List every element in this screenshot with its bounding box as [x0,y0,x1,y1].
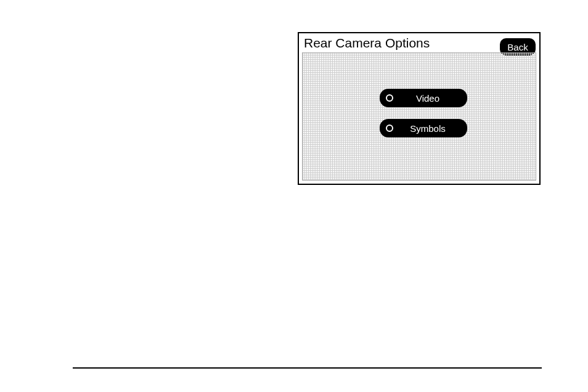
video-option-label: Video [406,93,467,104]
divider [73,367,542,369]
radio-unselected-icon [386,94,393,102]
video-option-button[interactable]: Video [380,89,467,107]
rear-camera-options-screen: Rear Camera Options Back Video Symbols [298,32,541,185]
symbols-option-button[interactable]: Symbols [380,119,467,137]
page-title: Rear Camera Options [304,36,430,51]
back-button-label: Back [507,42,528,52]
content-area: Video Symbols [302,52,536,181]
radio-unselected-icon [386,125,393,132]
symbols-option-label: Symbols [406,123,467,134]
